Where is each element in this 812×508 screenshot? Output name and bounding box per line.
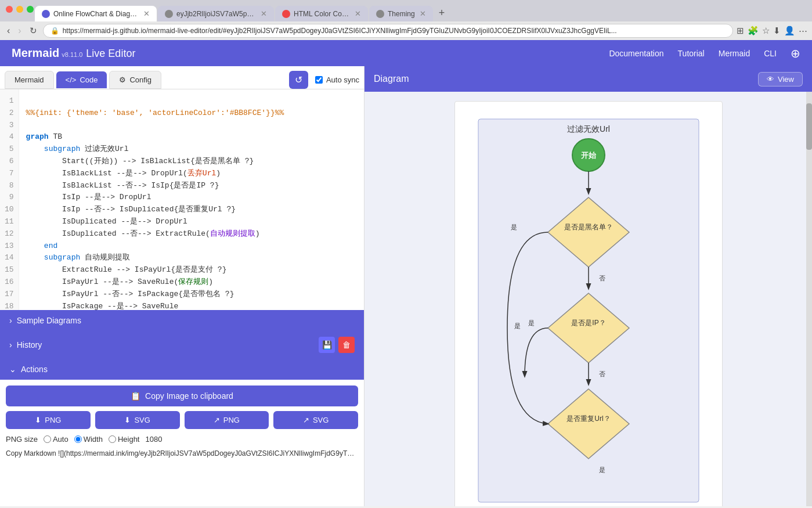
nav-tutorial[interactable]: Tutorial (678, 49, 705, 58)
new-tab-button[interactable]: + (434, 5, 450, 21)
tab-2-close[interactable]: ✕ (261, 9, 267, 18)
tab-2[interactable]: eyJjb2RlIjoiJSV7aW5pdDogeyJ0... ✕ (158, 6, 274, 21)
actions-bar[interactable]: ⌄ Actions (0, 359, 364, 380)
tab-4[interactable]: Theming ✕ (369, 6, 433, 21)
flowchart-svg: 过滤无效Url 开始 是否是黑名单？ IsIp --> 否 (472, 113, 705, 506)
actions-content: 📋 Copy Image to clipboard ⬇ PNG ⬇ SVG ↗ … (0, 380, 364, 463)
brand: Mermaid v8.11.0 Live Editor (12, 46, 135, 60)
width-radio[interactable] (74, 435, 82, 443)
tab-3-close[interactable]: ✕ (355, 9, 361, 18)
open-png-button[interactable]: ↗ PNG (185, 411, 269, 429)
tab-bar: Online FlowChart & Diagrams... ✕ eyJjb2R… (0, 0, 812, 21)
traffic-light-green[interactable] (27, 6, 34, 13)
eye-icon: 👁 (767, 75, 774, 84)
autosync-label: Auto sync (315, 75, 359, 84)
tab-4-favicon (376, 10, 384, 18)
autosync-checkbox[interactable] (315, 76, 323, 84)
scrollbar-thumb[interactable] (806, 103, 812, 150)
view-button[interactable]: 👁 View (758, 72, 803, 87)
sample-diagrams-label: Sample Diagrams (17, 316, 81, 325)
sample-diagrams-bar[interactable]: › Sample Diagrams (0, 310, 364, 331)
height-radio-label: Height (109, 435, 140, 444)
nav-mermaid[interactable]: Mermaid (719, 49, 750, 58)
tab-config[interactable]: ⚙ Config (109, 71, 161, 89)
svg-text:是: 是 (599, 466, 605, 473)
screen-share-button[interactable]: ⊞ (737, 26, 744, 36)
traffic-light-red[interactable] (6, 6, 13, 13)
tab-1-favicon (42, 10, 50, 18)
tab-mermaid[interactable]: Mermaid (5, 71, 54, 89)
github-icon[interactable]: ⊕ (791, 46, 800, 60)
history-label: History (17, 340, 42, 350)
app-nav: Documentation Tutorial Mermaid CLI ⊕ (609, 46, 800, 60)
address-text: https://mermaid-js.github.io/mermaid-liv… (63, 27, 726, 35)
width-radio-label: Width (74, 435, 103, 444)
diagram-header: Diagram 👁 View (365, 66, 812, 92)
tab-4-close[interactable]: ✕ (420, 9, 426, 18)
diagram-container: 过滤无效Url 开始 是否是黑名单？ IsIp --> 否 (454, 101, 723, 506)
auto-radio-label: Auto (44, 435, 68, 444)
actions-chevron: ⌄ (9, 365, 16, 374)
copy-markdown-value: ![](https://mermaid.ink/img/eyJjb2RlIjoi… (58, 449, 358, 457)
left-panel: Mermaid </> Code ⚙ Config ↺ Auto sync 12… (0, 66, 365, 506)
scrollbar[interactable] (806, 92, 812, 506)
address-bar[interactable]: 🔒 https://mermaid-js.github.io/mermaid-l… (43, 24, 733, 38)
code-content[interactable]: %%{init: {'theme': 'base', 'actorLineCol… (19, 89, 364, 310)
copy-clipboard-button[interactable]: 📋 Copy Image to clipboard (6, 385, 358, 406)
tab-3[interactable]: HTML Color Codes ✕ (275, 6, 368, 21)
auto-radio[interactable] (44, 435, 51, 443)
more-button[interactable]: ⋯ (799, 26, 807, 36)
nav-cli[interactable]: CLI (764, 49, 777, 58)
open-svg-button[interactable]: ↗ SVG (273, 411, 358, 429)
tab-code[interactable]: </> Code (56, 71, 107, 88)
svg-text:是: 是 (511, 224, 517, 230)
bookmark-button[interactable]: ☆ (762, 26, 770, 36)
browser-window: Online FlowChart & Diagrams... ✕ eyJjb2R… (0, 0, 812, 40)
brand-live-editor: Live Editor (86, 48, 135, 60)
download-svg-button[interactable]: ⬇ SVG (95, 411, 180, 429)
tab-2-label: eyJjb2RlIjoiJSV7aW5pdDogeyJ0... (176, 10, 256, 18)
open-png-icon: ↗ (214, 416, 220, 424)
config-icon: ⚙ (119, 75, 126, 84)
app-header: Mermaid v8.11.0 Live Editor Documentatio… (0, 40, 812, 66)
svg-text:是否是黑名单？: 是否是黑名单？ (564, 223, 613, 231)
address-bar-row: ‹ › ↻ 🔒 https://mermaid-js.github.io/mer… (0, 21, 812, 40)
sync-button[interactable]: ↺ (289, 71, 308, 89)
svg-text:是否是IP？: 是否是IP？ (571, 319, 605, 327)
history-bar[interactable]: › History 💾 🗑 (0, 331, 364, 359)
download-svg-icon: ⬇ (124, 416, 131, 424)
back-button[interactable]: ‹ (5, 24, 12, 37)
extensions-button[interactable]: 🧩 (748, 26, 759, 36)
tab-1-close[interactable]: ✕ (143, 9, 150, 18)
download-png-icon: ⬇ (35, 416, 41, 424)
profile-button[interactable]: 👤 (784, 26, 795, 36)
svg-text:否: 否 (599, 370, 605, 377)
png-size-label: PNG size (6, 435, 38, 444)
open-svg-icon: ↗ (303, 416, 309, 424)
history-chevron: › (9, 340, 12, 350)
reload-button[interactable]: ↻ (27, 24, 39, 37)
tab-3-favicon (282, 10, 290, 18)
tab-4-label: Theming (388, 10, 415, 18)
svg-text:过滤无效Url: 过滤无效Url (567, 124, 610, 134)
png-size-row: PNG size Auto Width Height 1080 (6, 434, 358, 445)
history-save-button[interactable]: 💾 (319, 337, 335, 353)
history-delete-button[interactable]: 🗑 (338, 337, 355, 353)
height-radio[interactable] (109, 435, 116, 443)
tab-1[interactable]: Online FlowChart & Diagrams... ✕ (35, 6, 157, 21)
clipboard-icon: 📋 (131, 391, 140, 401)
svg-text:开始: 开始 (580, 151, 597, 160)
actions-label: Actions (21, 365, 48, 374)
download-button[interactable]: ⬇ (773, 26, 781, 36)
tab-2-favicon (165, 10, 173, 18)
history-actions: 💾 🗑 (319, 337, 355, 353)
height-value: 1080 (145, 435, 162, 444)
code-icon: </> (66, 75, 77, 84)
main-layout: Mermaid </> Code ⚙ Config ↺ Auto sync 12… (0, 66, 812, 506)
nav-documentation[interactable]: Documentation (609, 49, 663, 58)
traffic-light-yellow[interactable] (16, 6, 23, 13)
diagram-title: Diagram (374, 74, 409, 84)
line-numbers: 12345 678910 1112131415 1617181920 21 (0, 89, 19, 310)
download-png-button[interactable]: ⬇ PNG (6, 411, 91, 429)
forward-button[interactable]: › (16, 24, 23, 37)
